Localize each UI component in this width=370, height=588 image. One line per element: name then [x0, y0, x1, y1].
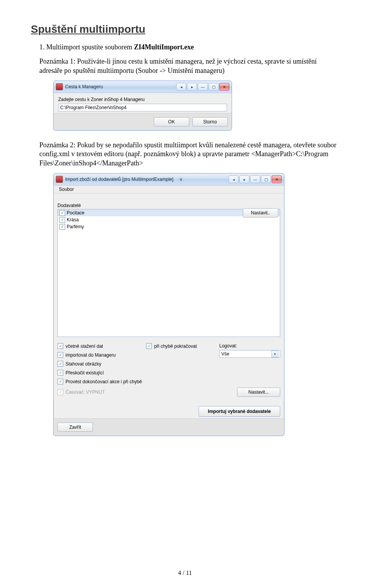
maximize-button[interactable]: ▢ [261, 175, 271, 183]
checkbox-icon[interactable] [146, 343, 152, 349]
window-title: Import zboží od dodavatelů [pro Multiimp… [65, 177, 226, 182]
option-import-to-manager[interactable]: importovat do Manageru [57, 352, 131, 358]
close-button[interactable]: Zavřít [57, 423, 93, 432]
dialog-path-to-manager: Cesta k Manageru ◂ ▸ — ▢ ✕ Zadejte cestu… [53, 81, 232, 131]
checkbox-icon[interactable] [59, 224, 65, 230]
import-selected-button[interactable]: Importuj vybrané dodavatele [198, 406, 280, 417]
numbered-list-item: 1. Multiimport spustíte souborem ZI4Mult… [39, 42, 339, 52]
option-label: Přeskočit existující [66, 370, 104, 376]
minimize-button[interactable]: — [198, 83, 208, 91]
list-item[interactable]: Parfémy [58, 223, 280, 230]
list-text-prefix: Multiimport spustíte souborem [46, 43, 134, 51]
option-label: Časovač: VYPNUT [66, 389, 105, 395]
option-include-download[interactable]: včetně stažení dat [57, 343, 131, 349]
next-window-button[interactable]: ▸ [239, 175, 249, 183]
log-label: Logovat: [219, 343, 280, 349]
timer-configure-button[interactable]: Nastavit... [237, 388, 280, 397]
maximize-button[interactable]: ▢ [209, 83, 219, 91]
note-1: Poznámka 1: Používáte-li jinou cestu k u… [39, 57, 339, 75]
supplier-name: Pocitace [67, 210, 241, 216]
select-value: Vše [221, 351, 229, 357]
checkbox-icon[interactable] [59, 217, 65, 223]
list-number: 1. [39, 43, 45, 51]
option-label: včetně stažení dat [66, 344, 103, 349]
note-2: Poznámka 2: Pokud by se nepodařilo spust… [39, 141, 339, 168]
cancel-button[interactable]: Storno [192, 117, 228, 126]
window-title-text: Import zboží od dodavatelů [pro Multiimp… [65, 177, 173, 182]
log-level-select[interactable]: Vše ▾ [219, 350, 280, 358]
titlebar: Cesta k Manageru ◂ ▸ — ▢ ✕ [54, 81, 232, 93]
suppliers-listbox[interactable]: Pocitace Nastavit.. Krása Parfémy [57, 209, 280, 337]
checkbox-icon [57, 389, 63, 395]
checkbox-icon[interactable] [57, 379, 63, 384]
option-label: při chybě pokračovat [154, 344, 197, 349]
checkbox-icon[interactable] [57, 361, 63, 367]
dialog-import-goods: Import zboží od dodavatelů [pro Multiimp… [53, 173, 284, 436]
list-item[interactable]: Pocitace Nastavit.. [58, 209, 280, 216]
list-text-bold: ZI4MultiImport.exe [134, 43, 194, 51]
app-icon [56, 176, 63, 183]
titlebar: Import zboží od dodavatelů [pro Multiimp… [54, 174, 284, 185]
app-icon [56, 83, 63, 90]
chevron-down-icon: ▾ [271, 350, 278, 357]
prev-window-button[interactable]: ◂ [176, 83, 186, 91]
checkbox-icon[interactable] [59, 210, 65, 216]
window-title-version: v [180, 177, 182, 182]
checkbox-icon[interactable] [57, 370, 63, 376]
checkbox-icon[interactable] [57, 352, 63, 358]
minimize-button[interactable]: — [250, 175, 260, 183]
ok-button[interactable]: OK [154, 117, 189, 126]
checkbox-icon[interactable] [57, 343, 63, 349]
menubar: Soubor [54, 185, 284, 194]
option-label: Provést dokončovací akce i při chybě [66, 379, 142, 384]
option-timer: Časovač: VYPNUT [57, 389, 105, 395]
section-heading: Spuštění multiimportu [31, 23, 339, 35]
window-title: Cesta k Manageru [65, 84, 174, 89]
page-number: 4 / 11 [0, 569, 370, 576]
option-download-images[interactable]: Stahovat obrázky [57, 361, 131, 367]
path-field-label: Zadejte cestu k Zoner inShop 4 Manageru [58, 97, 227, 102]
option-continue-on-error[interactable]: při chybě pokračovat [146, 343, 204, 349]
suppliers-label: Dodavatelé [57, 203, 280, 208]
close-window-button[interactable]: ✕ [219, 83, 229, 91]
supplier-name: Krása [67, 217, 278, 222]
configure-supplier-button[interactable]: Nastavit.. [243, 208, 278, 217]
option-label: importovat do Manageru [66, 352, 116, 358]
option-skip-existing[interactable]: Přeskočit existující [57, 370, 131, 376]
path-input[interactable] [58, 104, 227, 111]
next-window-button[interactable]: ▸ [187, 83, 197, 91]
close-window-button[interactable]: ✕ [272, 175, 282, 183]
option-label: Stahovat obrázky [66, 361, 101, 367]
supplier-name: Parfémy [67, 224, 278, 229]
list-item[interactable]: Krása [58, 216, 280, 223]
menu-soubor[interactable]: Soubor [56, 186, 77, 193]
prev-window-button[interactable]: ◂ [229, 175, 239, 183]
